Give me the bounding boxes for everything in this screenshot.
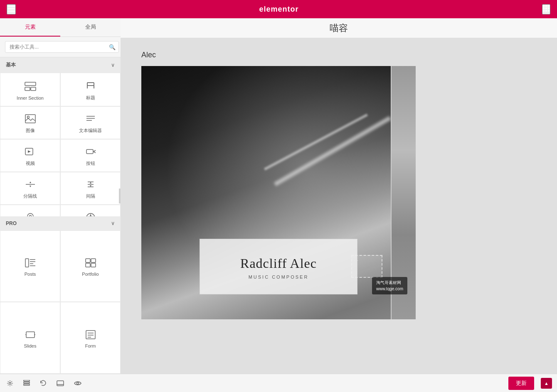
widget-title[interactable]: 标题 <box>60 73 121 106</box>
posts-icon <box>25 258 36 269</box>
svg-rect-52 <box>86 331 95 339</box>
icon-widget-icon <box>86 213 96 216</box>
widget-image-label: 图像 <box>26 127 35 134</box>
undo-button[interactable] <box>38 378 48 388</box>
widget-video-label: 视频 <box>26 160 35 167</box>
widget-posts-label: Posts <box>25 272 36 277</box>
widget-posts[interactable]: Posts <box>0 230 60 302</box>
arrow-up-button[interactable]: ▲ <box>541 378 552 389</box>
svg-rect-57 <box>24 382 30 383</box>
svg-line-27 <box>94 150 96 152</box>
svg-rect-10 <box>545 10 547 12</box>
page-title: 喵容 <box>330 22 348 34</box>
widget-slides-label: Slides <box>24 343 37 348</box>
layers-button[interactable] <box>22 378 32 388</box>
update-button[interactable]: 更新 <box>508 377 534 390</box>
widget-button[interactable]: 按钮 <box>60 139 121 172</box>
svg-point-62 <box>77 382 79 384</box>
widget-button-label: 按钮 <box>86 160 95 167</box>
video-icon <box>25 147 36 158</box>
right-panel <box>391 66 416 319</box>
search-icon: 🔍 <box>109 44 116 50</box>
main-layout: 元素 全局 🔍 基本 ∨ Inner <box>0 18 557 374</box>
widget-divider[interactable]: 分隔线 <box>0 172 60 205</box>
settings-button[interactable] <box>5 378 15 388</box>
widget-text-editor-label: 文本编辑器 <box>79 127 102 134</box>
image-icon <box>25 114 36 125</box>
title-icon <box>86 81 96 92</box>
text-editor-icon <box>85 114 96 125</box>
image-card: + - - Radcliff Alec MUSIC COMPOSER 淘气哥素材… <box>141 66 416 319</box>
widget-google-map[interactable]: 谷歌地图 <box>0 205 60 216</box>
svg-point-20 <box>27 116 29 118</box>
card-name: Radcliff Alec <box>212 256 345 271</box>
chevron-down-pro-icon: ∨ <box>111 220 115 226</box>
page-canvas: Alec + - - <box>121 38 557 374</box>
search-bar: 🔍 <box>0 37 121 57</box>
svg-rect-11 <box>548 10 550 12</box>
svg-point-56 <box>9 382 11 384</box>
widget-portfolio[interactable]: Portfolio <box>60 230 121 302</box>
svg-rect-12 <box>25 82 36 86</box>
svg-rect-14 <box>31 87 36 91</box>
widget-text-editor[interactable]: 文本编辑器 <box>60 106 121 139</box>
svg-rect-46 <box>91 259 96 262</box>
form-icon <box>85 330 96 341</box>
button-icon <box>85 147 96 158</box>
grid-icon[interactable] <box>542 4 550 15</box>
eye-button[interactable] <box>72 379 83 388</box>
google-map-icon <box>25 213 35 216</box>
svg-rect-5 <box>548 5 550 7</box>
svg-rect-26 <box>86 149 93 154</box>
widget-spacer-label: 间隔 <box>86 193 95 199</box>
svg-rect-9 <box>543 10 545 12</box>
svg-rect-1 <box>7 8 15 9</box>
sidebar-tabs: 元素 全局 <box>0 18 121 37</box>
menu-icon[interactable] <box>7 4 16 15</box>
widget-slides[interactable]: Slides <box>0 302 60 374</box>
section-pro-header[interactable]: PRO ∨ <box>0 216 121 230</box>
svg-rect-58 <box>24 384 30 385</box>
tab-global[interactable]: 全局 <box>60 18 121 37</box>
responsive-button[interactable] <box>55 378 66 388</box>
widget-form[interactable]: Form <box>60 302 121 374</box>
widget-video[interactable]: 视频 <box>0 139 60 172</box>
widget-icon[interactable]: 图标 <box>60 205 121 216</box>
svg-rect-0 <box>7 6 15 7</box>
main-image: + - - Radcliff Alec MUSIC COMPOSER 淘气哥素材… <box>141 66 416 319</box>
svg-rect-8 <box>548 7 550 9</box>
svg-marker-25 <box>28 150 31 153</box>
svg-rect-3 <box>543 5 545 7</box>
divider-icon <box>25 180 36 191</box>
section-basic-header[interactable]: 基本 ∨ <box>0 57 121 73</box>
pro-widget-grid: Posts Portfolio <box>0 230 121 374</box>
svg-rect-48 <box>91 263 96 267</box>
widget-inner-section-label: Inner Section <box>17 96 44 100</box>
widget-inner-section[interactable]: Inner Section <box>0 73 60 106</box>
svg-rect-59 <box>24 380 30 381</box>
svg-rect-45 <box>86 259 90 262</box>
svg-rect-7 <box>545 7 547 9</box>
svg-rect-47 <box>86 263 90 267</box>
chevron-down-icon: ∨ <box>111 62 115 68</box>
card-overlay: Radcliff Alec MUSIC COMPOSER <box>200 239 357 294</box>
search-input[interactable] <box>5 41 119 53</box>
tab-elements[interactable]: 元素 <box>0 18 60 37</box>
widget-form-label: Form <box>85 343 96 348</box>
basic-widget-grid: Inner Section 标题 <box>0 73 121 216</box>
canvas-top-bar: 喵容 <box>121 18 557 38</box>
widget-spacer[interactable]: 间隔 <box>60 172 121 205</box>
section-name: Alec <box>141 51 536 59</box>
collapse-sidebar-button[interactable]: ‹ <box>119 189 121 203</box>
svg-rect-40 <box>25 259 29 267</box>
svg-rect-49 <box>26 332 35 338</box>
app-title: elementor <box>259 5 298 14</box>
sidebar: 元素 全局 🔍 基本 ∨ Inner <box>0 18 121 374</box>
slides-icon <box>25 330 36 341</box>
svg-rect-60 <box>57 381 64 386</box>
svg-rect-6 <box>543 7 545 9</box>
section-pro-label: PRO <box>6 220 17 226</box>
svg-rect-13 <box>25 87 30 91</box>
widget-image[interactable]: 图像 <box>0 106 60 139</box>
spacer-icon <box>85 180 96 191</box>
